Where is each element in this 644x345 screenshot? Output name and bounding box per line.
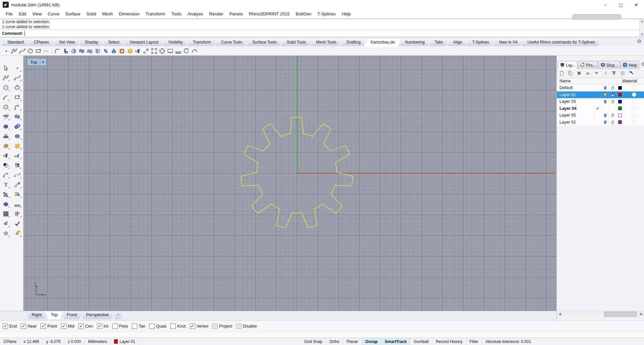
checkbox[interactable]: ✓ — [61, 324, 66, 329]
checkbox[interactable]: ✓ — [41, 324, 46, 329]
checkbox[interactable]: ✓ — [97, 324, 102, 329]
layer-material-cell[interactable] — [624, 91, 644, 98]
tool-arc-icon[interactable] — [1, 93, 10, 101]
orange-frame-icon[interactable] — [118, 47, 126, 55]
minimize-button[interactable]: – — [598, 0, 613, 9]
panel-tab-disp[interactable]: Disp... — [598, 61, 620, 69]
layer-color-swatch[interactable] — [616, 105, 624, 112]
layers-pdel-icon[interactable] — [576, 70, 582, 77]
viewport-tab-front[interactable]: Front — [61, 311, 82, 319]
tool-polyline-icon[interactable] — [1, 74, 10, 81]
tool-fillet2-icon[interactable] — [1, 171, 10, 179]
tool-pointer-icon[interactable] — [1, 64, 10, 72]
tool-circle-icon[interactable] — [1, 84, 10, 91]
disc-icon[interactable] — [69, 47, 77, 55]
panel-gear-icon[interactable] — [641, 62, 644, 68]
ribbon-tab-transform[interactable]: Transform — [187, 39, 217, 46]
command-scrollbar[interactable]: ▲ ▼ — [639, 19, 644, 37]
tool-blocks-icon[interactable] — [1, 191, 10, 198]
ribbon-tab-surface-tools[interactable]: Surface Tools — [246, 39, 283, 46]
tool-ellipse-icon[interactable] — [13, 84, 22, 91]
panel-tab-help[interactable]: ?Help — [621, 61, 639, 69]
tool-rectangle-icon[interactable] — [13, 93, 22, 101]
status-layer-01[interactable]: Layer 01 — [111, 338, 139, 345]
tool-blend-icon[interactable] — [13, 171, 22, 179]
ribbon-gear-icon[interactable] — [637, 39, 643, 45]
current-layer-cell[interactable] — [594, 119, 601, 126]
tool-movescale-icon[interactable] — [13, 181, 22, 188]
viewport-tab-top[interactable]: Top — [45, 311, 63, 319]
layer-material-cell[interactable] — [624, 105, 644, 112]
loft2-icon[interactable] — [86, 47, 94, 55]
osnap-end[interactable]: ✓End — [3, 324, 17, 329]
menu-t-splines[interactable]: T-Splines — [315, 11, 339, 16]
tool-check-icon[interactable] — [13, 220, 22, 227]
ribbon-tab-display[interactable]: Display — [79, 39, 104, 46]
stairs-icon[interactable] — [174, 47, 182, 55]
tool-torus-icon[interactable] — [1, 132, 10, 140]
menu-curve[interactable]: Curve — [45, 11, 62, 16]
checkbox[interactable] — [212, 324, 218, 329]
status-gumball[interactable]: Gumball — [410, 338, 432, 345]
ribbon-tab-align[interactable]: Align — [447, 39, 468, 46]
layer-material-cell[interactable] — [624, 98, 644, 105]
layer-lock-icon[interactable] — [609, 98, 616, 105]
scroll-down-icon[interactable]: ▼ — [640, 32, 644, 37]
add-viewport-tab-button[interactable]: + — [113, 311, 124, 319]
tool-box-icon[interactable] — [1, 200, 10, 208]
tool-shade-icon[interactable] — [1, 229, 10, 237]
status-filter[interactable]: Filter — [466, 338, 482, 345]
layer-row-layer-02[interactable]: Layer 02 — [557, 119, 644, 126]
osnap-cen[interactable]: ✓Cen — [78, 324, 93, 329]
loop-icon[interactable] — [182, 47, 190, 55]
ribbon-tab-numbering[interactable]: Numbering — [399, 39, 431, 46]
command-input-row[interactable]: Command: — [0, 29, 639, 37]
layers-pnew-icon[interactable] — [559, 70, 565, 77]
osnap-int[interactable]: ✓Int — [97, 324, 108, 329]
ribbon-tab-new-in-v4[interactable]: New in V4 — [493, 39, 524, 46]
layer-material-cell[interactable] — [624, 84, 644, 91]
layers-psheet-icon[interactable] — [620, 70, 626, 77]
loft-icon[interactable] — [77, 47, 86, 55]
point-icon[interactable] — [2, 47, 10, 55]
frame2-icon[interactable] — [158, 47, 166, 55]
scroll-right-icon[interactable]: ▶ — [639, 312, 644, 317]
status-smarttrack[interactable]: SmartTrack — [381, 338, 410, 345]
layers-hscrollbar[interactable]: ◀ ▶ — [557, 311, 644, 317]
tool-stairs-icon[interactable] — [13, 200, 22, 208]
polyline-icon[interactable] — [10, 47, 18, 55]
scroll-left-icon[interactable]: ◀ — [557, 312, 562, 317]
clamp-icon[interactable] — [134, 47, 142, 55]
tool-align-icon[interactable] — [13, 210, 22, 217]
fillet-icon[interactable] — [53, 47, 61, 55]
ribbon-tab-cplanes[interactable]: CPlanes — [28, 39, 55, 46]
status-grid-snap[interactable]: Grid Snap — [301, 338, 326, 345]
menu-solid[interactable]: Solid — [84, 11, 99, 16]
ribbon-tab-viewport-layout[interactable]: Viewport Layout — [123, 39, 164, 46]
tool-array-icon[interactable] — [1, 210, 10, 217]
ribbon-tab-useful-rhino-commands-for-t-splines[interactable]: Useful Rhino commands for T-Splines — [522, 39, 601, 46]
osnap-quad[interactable]: Quad — [149, 324, 166, 329]
tool-booldots-icon[interactable] — [13, 161, 22, 169]
checkbox[interactable]: ✓ — [190, 324, 195, 329]
menu-file[interactable]: File — [3, 11, 16, 16]
layer-visibility-bulb-icon[interactable] — [601, 84, 609, 91]
layer-row-layer-05[interactable]: Layer 05 — [557, 112, 644, 119]
mirror-icon[interactable] — [94, 47, 102, 55]
frame-icon[interactable] — [150, 47, 158, 55]
checkbox[interactable] — [132, 324, 137, 329]
layers-pcopy-icon[interactable] — [568, 70, 573, 77]
checkbox[interactable] — [236, 324, 241, 329]
osnap-tan[interactable]: Tan — [132, 324, 145, 329]
menu-surface[interactable]: Surface — [62, 11, 84, 16]
layer-lock-icon[interactable] — [609, 91, 616, 98]
tool-polygon-icon[interactable] — [1, 103, 10, 111]
viewport-tab-perspective[interactable]: Perspective — [81, 311, 114, 319]
tool-lamp-icon[interactable] — [13, 229, 22, 237]
viewport-title-menu[interactable]: Top ▼ — [28, 59, 46, 65]
curve-icon[interactable] — [18, 47, 26, 55]
tool-curve-icon[interactable] — [13, 74, 22, 81]
layer-visibility-bulb-icon[interactable] — [601, 119, 609, 126]
maximize-button[interactable]: ▢ — [613, 0, 629, 9]
layer-color-swatch[interactable] — [616, 112, 624, 119]
